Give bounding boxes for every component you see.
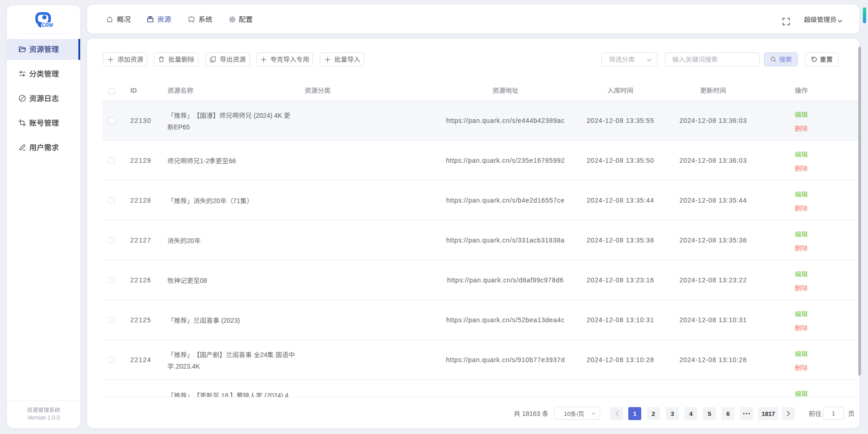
- svg-text:CRM: CRM: [42, 22, 53, 28]
